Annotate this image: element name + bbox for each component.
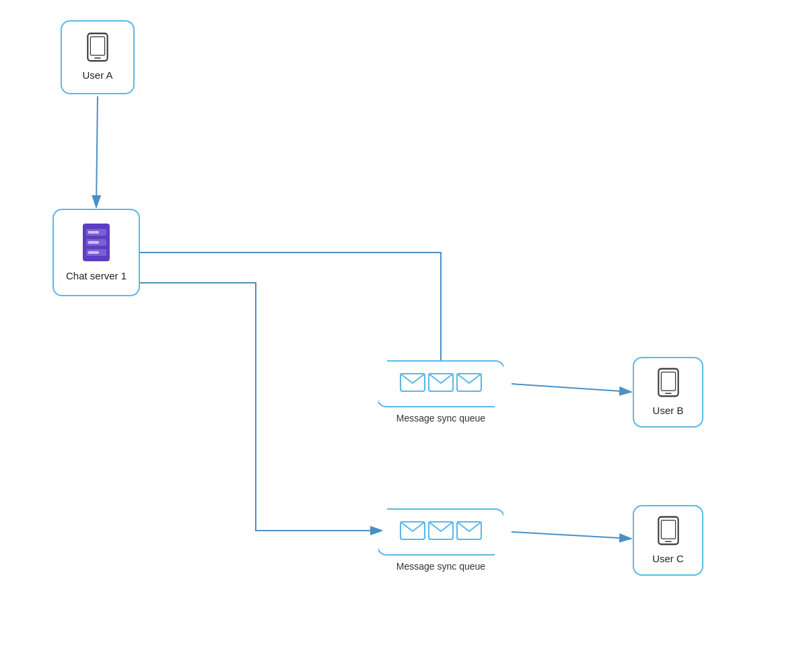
phone-icon <box>83 32 112 65</box>
queue-c-node: Message sync queue <box>377 508 505 572</box>
user-a-node: User A <box>61 20 135 94</box>
envelope-icon-4 <box>400 521 425 543</box>
diagram-container: User A Chat server 1 <box>0 0 805 672</box>
server-icon <box>79 222 113 265</box>
phone-c-icon <box>654 516 683 548</box>
user-a-label: User A <box>82 69 112 82</box>
queue-b-node: Message sync queue <box>377 360 505 424</box>
queue-b-shape <box>377 360 505 407</box>
envelope-icon-1 <box>400 373 425 395</box>
user-c-label: User C <box>652 552 684 566</box>
envelope-icon-2 <box>428 373 454 395</box>
phone-b-icon <box>654 368 683 400</box>
envelope-icon-5 <box>428 521 454 543</box>
svg-rect-12 <box>88 241 99 244</box>
chat-server-node: Chat server 1 <box>53 209 140 296</box>
envelope-icon-6 <box>456 521 482 543</box>
svg-rect-21 <box>661 372 675 391</box>
chat-server-label: Chat server 1 <box>66 269 127 283</box>
queue-b-label: Message sync queue <box>396 413 485 424</box>
envelope-icon-3 <box>456 373 482 395</box>
svg-rect-13 <box>88 251 99 254</box>
svg-line-3 <box>512 532 631 539</box>
queue-c-label: Message sync queue <box>396 561 485 572</box>
svg-line-1 <box>96 96 98 207</box>
svg-rect-5 <box>90 37 104 56</box>
queue-c-shape <box>377 508 505 556</box>
user-b-node: User B <box>633 357 703 428</box>
user-c-node: User C <box>633 505 703 576</box>
svg-line-2 <box>512 384 631 392</box>
svg-rect-11 <box>88 231 99 234</box>
user-b-label: User B <box>653 404 684 417</box>
svg-rect-24 <box>661 520 675 539</box>
